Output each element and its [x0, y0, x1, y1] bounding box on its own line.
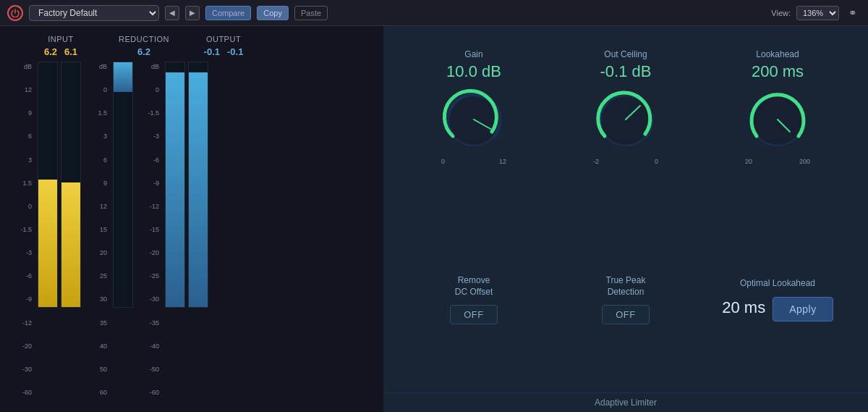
gain-label: Gain — [464, 49, 482, 59]
dc-offset-label: RemoveDC Offset — [455, 275, 493, 298]
optimal-label: Optimal Lookahead — [740, 278, 815, 290]
db-label-top: dB — [12, 63, 32, 70]
paste-button[interactable]: Paste — [294, 6, 328, 20]
ceiling-label: Out Ceiling — [604, 49, 647, 59]
output-val1: -0.1 — [204, 46, 220, 57]
lookahead-scale: 20 200 — [745, 158, 810, 165]
lookahead-knob[interactable] — [745, 87, 810, 152]
optimal-value: 20 ms — [722, 298, 765, 317]
right-panel: Gain 10.0 dB — [383, 26, 868, 412]
input-bar-right — [61, 62, 81, 308]
compare-button[interactable]: Compare — [205, 6, 251, 20]
gain-scale: 0 12 — [441, 158, 506, 165]
controls-area: Gain 10.0 dB — [383, 26, 868, 392]
input-val2: 6.1 — [64, 46, 77, 57]
reduction-label: REDUCTION — [119, 35, 169, 43]
optimal-value-group: 20 ms Apply — [722, 297, 833, 321]
output-label: OUTPUT — [206, 35, 241, 43]
lookahead-label: Lookahead — [756, 49, 799, 59]
true-peak-label: True PeakDetection — [606, 275, 646, 298]
output-db-label: dB — [139, 63, 159, 70]
true-peak-button[interactable]: OFF — [602, 305, 650, 324]
optimal-lookahead-control: Optimal Lookahead 20 ms Apply — [702, 214, 854, 385]
view-select[interactable]: 136% — [796, 6, 839, 20]
main-content: INPUT 6.2 6.1 REDUCTION 6.2 OUTPUT — [0, 26, 868, 412]
gain-knob[interactable] — [441, 87, 506, 152]
dc-offset-control: RemoveDC Offset OFF — [398, 214, 550, 385]
preset-select[interactable]: Factory Default — [29, 5, 159, 21]
lookahead-value: 200 ms — [752, 62, 804, 81]
top-bar: Factory Default ◀ ▶ Compare Copy Paste V… — [0, 0, 868, 26]
input-bar-left — [38, 62, 58, 308]
reduction-db-label: dB — [87, 63, 107, 70]
ceiling-scale: -2 0 — [593, 158, 658, 165]
view-label: View: — [771, 9, 791, 17]
copy-button[interactable]: Copy — [257, 6, 289, 20]
ceiling-value: -0.1 dB — [600, 62, 652, 81]
output-bar-right — [188, 62, 208, 308]
ceiling-control: Out Ceiling -0.1 dB -2 — [550, 43, 702, 214]
gain-value: 10.0 dB — [446, 62, 501, 81]
gain-control: Gain 10.0 dB — [398, 43, 550, 214]
reduction-bar — [113, 62, 133, 308]
app-container: Factory Default ◀ ▶ Compare Copy Paste V… — [0, 0, 868, 412]
panel-footer: Adaptive Limiter — [383, 392, 868, 412]
input-val1: 6.2 — [44, 46, 57, 57]
prev-button[interactable]: ◀ — [165, 6, 179, 20]
ceiling-knob[interactable] — [593, 87, 658, 152]
input-label: INPUT — [48, 35, 74, 43]
apply-button[interactable]: Apply — [773, 297, 833, 321]
reduction-val: 6.2 — [137, 46, 150, 57]
dc-offset-button[interactable]: OFF — [450, 305, 498, 324]
output-val2: -0.1 — [227, 46, 243, 57]
left-panel: INPUT 6.2 6.1 REDUCTION 6.2 OUTPUT — [0, 26, 383, 412]
lookahead-control: Lookahead 200 ms 20 200 — [702, 43, 854, 214]
true-peak-control: True PeakDetection OFF — [550, 214, 702, 385]
next-button[interactable]: ▶ — [185, 6, 200, 20]
output-bar-left — [165, 62, 185, 308]
panel-title: Adaptive Limiter — [595, 398, 657, 408]
power-button[interactable] — [7, 5, 23, 21]
link-button[interactable]: ⚭ — [845, 5, 861, 21]
